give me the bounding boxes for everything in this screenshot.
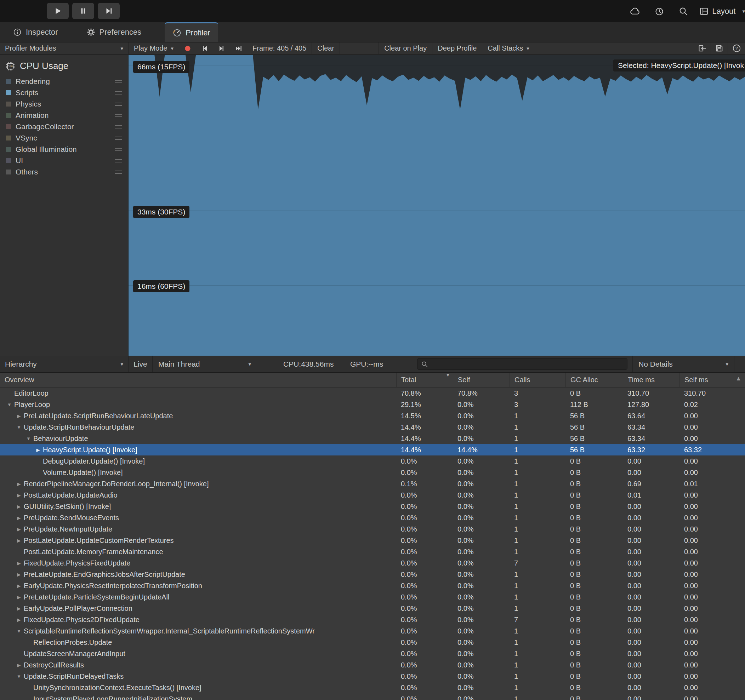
search-input[interactable] [431, 360, 624, 369]
clear-button[interactable]: Clear [312, 42, 340, 54]
expand-arrow-icon[interactable]: ▶ [14, 515, 24, 521]
layout-dropdown[interactable]: Layout ▾ [696, 6, 745, 16]
collapse-arrow-icon[interactable]: ▼ [14, 628, 24, 634]
table-row[interactable]: ▼PlayerLoop29.1%0.0%3112 B127.800.02 [0, 399, 745, 410]
expand-arrow-icon[interactable]: ▶ [14, 504, 24, 509]
column-header-time-ms[interactable]: Time ms [623, 373, 679, 387]
record-button[interactable] [179, 42, 196, 54]
column-header-overview[interactable]: Overview [0, 373, 396, 387]
history-button[interactable] [647, 0, 671, 22]
drag-handle-icon[interactable] [115, 148, 122, 151]
table-row[interactable]: ▼Update.ScriptRunDelayedTasks0.0%0.0%10 … [0, 671, 745, 682]
expand-arrow-icon[interactable]: ▶ [14, 594, 24, 600]
table-row[interactable]: ▶GUIUtility.SetSkin() [Invoke]0.0%0.0%10… [0, 501, 745, 512]
pause-button[interactable] [72, 3, 94, 19]
column-header-calls[interactable]: Calls [510, 373, 565, 387]
table-row[interactable]: ▼Update.ScriptRunBehaviourUpdate14.4%0.0… [0, 421, 745, 433]
legend-item-vsync[interactable]: VSync [0, 132, 128, 144]
expand-arrow-icon[interactable]: ▶ [14, 538, 24, 543]
details-dropdown[interactable]: No Details ▾ [633, 356, 735, 372]
expand-arrow-icon[interactable]: ▶ [14, 606, 24, 611]
current-frame-button[interactable] [230, 42, 247, 54]
legend-item-garbagecollector[interactable]: GarbageCollector [0, 121, 128, 132]
table-row[interactable]: ReflectionProbes.Update0.0%0.0%10 B0.000… [0, 637, 745, 648]
legend-item-animation[interactable]: Animation [0, 110, 128, 121]
drag-handle-icon[interactable] [115, 137, 122, 140]
collapse-arrow-icon[interactable]: ▼ [24, 436, 33, 441]
table-row[interactable]: ▶HeavyScript.Update() [Invoke]14.4%14.4%… [0, 444, 745, 455]
legend-item-others[interactable]: Others [0, 166, 128, 178]
table-row[interactable]: ▶PostLateUpdate.UpdateCustomRenderTextur… [0, 535, 745, 546]
tab-profiler[interactable]: Profiler [165, 22, 218, 42]
tab-preferences[interactable]: Preferences [79, 22, 150, 42]
table-row[interactable]: ▼ScriptableRuntimeReflectionSystemWrappe… [0, 625, 745, 637]
cpu-chart-plot[interactable] [129, 55, 745, 356]
table-row[interactable]: ▶PreLateUpdate.EndGraphicsJobsAfterScrip… [0, 569, 745, 580]
previous-frame-button[interactable] [196, 42, 213, 54]
cpu-chart[interactable]: Selected: HeavyScript.Update() [Invok 66… [129, 55, 745, 356]
table-row[interactable]: PostLateUpdate.MemoryFrameMaintenance0.0… [0, 546, 745, 557]
drag-handle-icon[interactable] [115, 159, 122, 163]
play-button[interactable] [47, 3, 69, 19]
collapse-arrow-icon[interactable]: ▼ [4, 402, 14, 407]
table-row[interactable]: ▶PreUpdate.NewInputUpdate0.0%0.0%10 B0.0… [0, 523, 745, 535]
hierarchy-view-dropdown[interactable]: Hierarchy ▾ [0, 356, 129, 372]
profiler-modules-dropdown[interactable]: Profiler Modules ▾ [0, 42, 129, 54]
table-row[interactable]: ▶EarlyUpdate.PhysicsResetInterpolatedTra… [0, 580, 745, 591]
drag-handle-icon[interactable] [115, 125, 122, 128]
expand-arrow-icon[interactable]: ▶ [14, 663, 24, 668]
hierarchy-search[interactable] [417, 358, 627, 370]
expand-arrow-icon[interactable]: ▶ [14, 481, 24, 487]
tab-inspector[interactable]: Inspector [5, 22, 66, 42]
drag-handle-icon[interactable] [115, 103, 122, 106]
expand-arrow-icon[interactable]: ▶ [14, 572, 24, 577]
legend-item-scripts[interactable]: Scripts [0, 87, 128, 99]
thread-dropdown[interactable]: Main Thread ▾ [153, 356, 257, 372]
column-header-self[interactable]: Self [453, 373, 510, 387]
save-profile-button[interactable] [711, 42, 728, 54]
column-header-self-ms[interactable]: Self ms ▲ [679, 373, 745, 387]
play-mode-dropdown[interactable]: Play Mode ▾ [129, 42, 179, 54]
table-row[interactable]: ▶PostLateUpdate.UpdateAudio0.0%0.0%10 B0… [0, 490, 745, 501]
table-row[interactable]: EditorLoop70.8%70.8%30 B310.70310.70 [0, 388, 745, 399]
table-row[interactable]: ▶PreLateUpdate.ParticleSystemBeginUpdate… [0, 591, 745, 603]
collapse-arrow-icon[interactable]: ▼ [14, 425, 24, 430]
table-row[interactable]: ▶FixedUpdate.Physics2DFixedUpdate0.0%0.0… [0, 614, 745, 625]
expand-arrow-icon[interactable]: ▶ [14, 493, 24, 498]
drag-handle-icon[interactable] [115, 170, 122, 174]
table-row[interactable]: Volume.Update() [Invoke]0.0%0.0%10 B0.00… [0, 467, 745, 478]
table-row[interactable]: ▼BehaviourUpdate14.4%0.0%156 B63.340.00 [0, 433, 745, 444]
table-row[interactable]: ▶RenderPipelineManager.DoRenderLoop_Inte… [0, 478, 745, 490]
clear-on-play-toggle[interactable]: Clear on Play [379, 42, 432, 54]
table-row[interactable]: ▶DestroyCullResults0.0%0.0%10 B0.000.00 [0, 659, 745, 671]
table-row[interactable]: ▶EarlyUpdate.PollPlayerConnection0.0%0.0… [0, 603, 745, 614]
table-row[interactable]: ▶PreLateUpdate.ScriptRunBehaviourLateUpd… [0, 410, 745, 421]
table-row[interactable]: InputSystemPlayerLoopRunnerInitializatio… [0, 693, 745, 700]
collapse-arrow-icon[interactable]: ▼ [14, 674, 24, 679]
table-row[interactable]: ▶PreUpdate.SendMouseEvents0.0%0.0%10 B0.… [0, 512, 745, 523]
step-button[interactable] [98, 3, 120, 19]
column-header-total[interactable]: Total ▼ [396, 373, 453, 387]
header-options-icon[interactable]: ▲ [735, 375, 742, 382]
call-stacks-dropdown[interactable]: Call Stacks ▾ [482, 42, 535, 54]
search-button[interactable] [671, 0, 696, 22]
expand-arrow-icon[interactable]: ▶ [14, 583, 24, 588]
legend-item-rendering[interactable]: Rendering [0, 76, 128, 87]
drag-handle-icon[interactable] [115, 80, 122, 83]
drag-handle-icon[interactable] [115, 91, 122, 94]
cpu-usage-header[interactable]: CPU CPU Usage [0, 55, 128, 76]
legend-item-global-illumination[interactable]: Global Illumination [0, 144, 128, 155]
column-header-gc-alloc[interactable]: GC Alloc [565, 373, 623, 387]
table-row[interactable]: DebugUpdater.Update() [Invoke]0.0%0.0%10… [0, 455, 745, 467]
load-profile-button[interactable] [694, 42, 711, 54]
deep-profile-toggle[interactable]: Deep Profile [432, 42, 482, 54]
next-frame-button[interactable] [213, 42, 230, 54]
legend-item-ui[interactable]: UI [0, 155, 128, 166]
cloud-button[interactable] [623, 0, 647, 22]
expand-arrow-icon[interactable]: ▶ [14, 561, 24, 566]
expand-arrow-icon[interactable]: ▶ [14, 413, 24, 419]
help-button[interactable]: ? [728, 42, 745, 54]
table-row[interactable]: UnitySynchronizationContext.ExecuteTasks… [0, 682, 745, 693]
expand-arrow-icon[interactable]: ▶ [33, 447, 43, 453]
live-toggle[interactable]: Live [129, 356, 153, 372]
